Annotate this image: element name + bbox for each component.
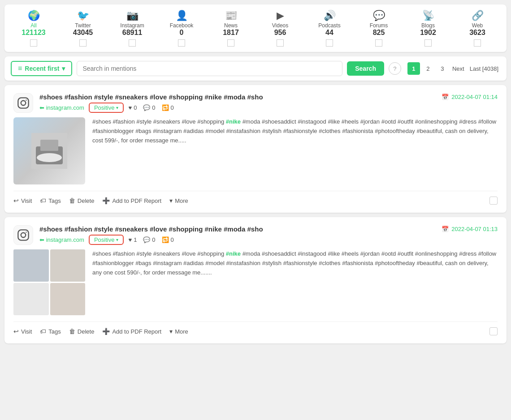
post-date-1: 📅 2022-04-07 01:14	[442, 94, 498, 100]
source-count-podcasts: 44	[325, 29, 333, 37]
last-link[interactable]: Last [4038]	[468, 65, 500, 72]
twitter-icon: 🐦	[77, 10, 89, 21]
svg-rect-5	[40, 140, 58, 151]
source-checkbox-videos[interactable]	[277, 39, 284, 47]
source-count-blogs: 1902	[420, 29, 436, 37]
source-checkbox-twitter[interactable]	[79, 39, 87, 47]
page-1[interactable]: 1	[407, 62, 420, 75]
visit-button-1[interactable]: ↩ Visit	[13, 197, 32, 204]
post-title-2: #shoes #fashion #style #sneakers #love #…	[39, 225, 263, 233]
source-item-forums[interactable]: 💬 Forums 825	[361, 10, 397, 47]
source-label-blogs: Blogs	[421, 22, 435, 29]
post-header-1: #shoes #fashion #style #sneakers #love #…	[13, 93, 498, 113]
img-cell-4	[50, 283, 86, 315]
source-item-twitter[interactable]: 🐦 Twitter 43045	[65, 10, 101, 47]
source-item-facebook[interactable]: 👤 Facebook 0	[164, 10, 199, 47]
sort-icon: ≡	[18, 64, 22, 73]
delete-icon-1: 🗑	[69, 197, 75, 204]
tags-button-1[interactable]: 🏷 Tags	[40, 197, 61, 204]
svg-rect-7	[18, 230, 28, 240]
post-source-link-1[interactable]: ⬅ instagram.com	[39, 104, 84, 111]
keyword-1: #nike	[226, 118, 241, 125]
visit-button-2[interactable]: ↩ Visit	[13, 328, 32, 335]
source-count-twitter: 43045	[73, 29, 93, 37]
post-source-instagram-icon-2	[13, 225, 33, 245]
source-checkbox-forums[interactable]	[375, 39, 382, 47]
add-pdf-button-1[interactable]: ➕ Add to PDF Report	[102, 197, 161, 204]
next-link[interactable]: Next	[450, 65, 466, 72]
source-checkbox-podcasts[interactable]	[326, 39, 333, 47]
sentiment-caret-icon-1: ▾	[116, 105, 118, 110]
post-card-2: #shoes #fashion #style #sneakers #love #…	[4, 217, 507, 343]
help-button[interactable]: ?	[389, 62, 401, 75]
sentiment-badge-1[interactable]: Positive ▾	[89, 103, 124, 113]
post-checkbox-2[interactable]	[489, 327, 498, 335]
img-cell-2	[50, 249, 86, 282]
source-label-facebook: Facebook	[170, 22, 194, 29]
img-cell-1	[13, 249, 49, 282]
source-item-podcasts[interactable]: 🔊 Podcasts 44	[312, 10, 347, 47]
svg-rect-0	[18, 98, 28, 108]
forums-icon: 💬	[373, 10, 385, 21]
source-item-all[interactable]: 🌍 All 121123	[16, 10, 52, 47]
delete-icon-2: 🗑	[69, 328, 75, 335]
post-source-link-row-1: ⬅ instagram.com Positive ▾ ♥ 0 💬 0 🔁 0	[39, 103, 498, 113]
source-checkbox-facebook[interactable]	[178, 39, 185, 47]
source-item-news[interactable]: 📰 News 1817	[213, 10, 249, 47]
web-icon: 🔗	[472, 10, 484, 21]
search-input[interactable]	[77, 61, 342, 76]
img-cell-3	[13, 283, 49, 315]
delete-button-1[interactable]: 🗑 Delete	[69, 197, 95, 204]
source-item-web[interactable]: 🔗 Web 3623	[459, 10, 495, 47]
post-header-2: #shoes #fashion #style #sneakers #love #…	[13, 225, 498, 245]
post-checkbox-1[interactable]	[489, 197, 498, 205]
source-item-instagram[interactable]: 📷 Instagram 68911	[114, 10, 150, 47]
source-label-web: Web	[472, 22, 483, 29]
keyword-2: #nike	[226, 250, 241, 257]
post-title-1: #shoes #fashion #style #sneakers #love #…	[39, 93, 263, 101]
visit-icon-2: ↩	[13, 328, 19, 335]
add-pdf-icon-2: ➕	[102, 328, 110, 335]
source-checkbox-instagram[interactable]	[129, 39, 136, 47]
tags-icon-2: 🏷	[40, 328, 46, 335]
post-image-1	[13, 117, 85, 184]
sentiment-badge-2[interactable]: Positive ▾	[89, 235, 124, 245]
delete-button-2[interactable]: 🗑 Delete	[69, 328, 95, 335]
calendar-icon-1: 📅	[442, 94, 449, 100]
source-checkbox-blogs[interactable]	[424, 39, 432, 47]
more-button-1[interactable]: ▾ More	[169, 197, 188, 204]
post-actions-2: ↩ Visit 🏷 Tags 🗑 Delete ➕ Add to PDF Rep…	[13, 321, 498, 335]
post-meta-1: #shoes #fashion #style #sneakers #love #…	[39, 93, 498, 113]
source-count-web: 3623	[469, 29, 485, 37]
post-title-row-2: #shoes #fashion #style #sneakers #love #…	[39, 225, 498, 233]
comments-stat-2: 💬 0	[143, 236, 155, 243]
source-label-podcasts: Podcasts	[318, 22, 340, 29]
source-label-instagram: Instagram	[120, 22, 144, 29]
source-checkbox-web[interactable]	[474, 39, 481, 47]
source-label-twitter: Twitter	[75, 22, 91, 29]
instagram-icon: 📷	[126, 10, 139, 21]
tags-button-2[interactable]: 🏷 Tags	[40, 328, 61, 335]
source-checkbox-news[interactable]	[227, 39, 234, 47]
more-button-2[interactable]: ▾ More	[169, 328, 188, 335]
podcasts-icon: 🔊	[324, 10, 336, 21]
add-pdf-button-2[interactable]: ➕ Add to PDF Report	[102, 328, 161, 335]
blogs-icon: 📡	[422, 10, 434, 21]
calendar-icon-2: 📅	[442, 226, 449, 232]
svg-point-8	[21, 233, 26, 238]
page-2[interactable]: 2	[422, 62, 434, 75]
visit-icon-1: ↩	[13, 197, 19, 204]
source-count-all: 121123	[22, 29, 45, 37]
source-label-all: All	[30, 22, 36, 29]
source-checkbox-all[interactable]	[30, 39, 37, 47]
search-button[interactable]: Search	[347, 61, 384, 76]
shares-stat-1: 🔁 0	[162, 104, 174, 111]
source-item-blogs[interactable]: 📡 Blogs 1902	[410, 10, 446, 47]
sort-button[interactable]: ≡ Recent first ▾	[11, 61, 72, 76]
post-text-2: #shoes #fashion #style #sneakers #love #…	[92, 249, 498, 315]
filter-bar: ≡ Recent first ▾ Search ? 1 2 3 Next Las…	[4, 56, 507, 81]
source-item-videos[interactable]: ▶ Videos 956	[262, 10, 298, 47]
page-3[interactable]: 3	[436, 62, 449, 75]
post-source-link-2[interactable]: ⬅ instagram.com	[39, 236, 84, 243]
comments-stat-1: 💬 0	[143, 104, 155, 111]
